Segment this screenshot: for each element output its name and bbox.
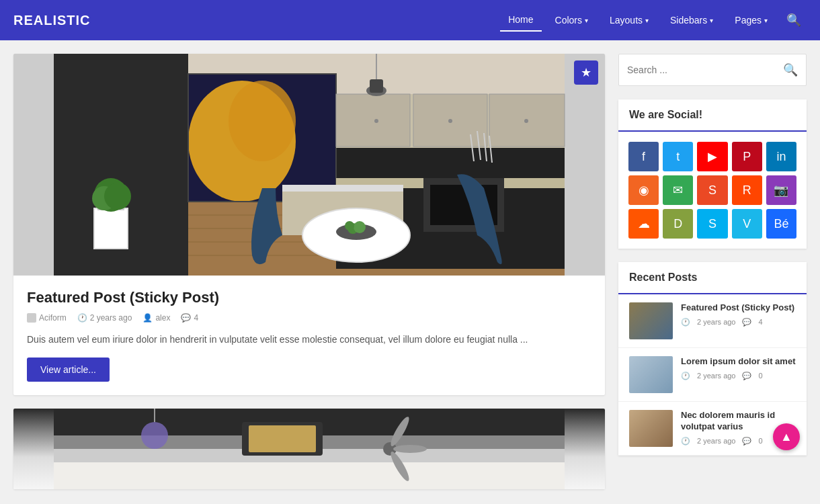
social-stumbleupon[interactable]: S <box>697 175 727 205</box>
svg-point-17 <box>448 119 452 123</box>
recent-post-info-2: Lorem ipsum dolor sit amet 🕐 2 years ago… <box>681 356 796 380</box>
main-nav: Home Colors ▾ Layouts ▾ Sidebars ▾ Pages… <box>500 7 807 33</box>
svg-point-51 <box>141 422 168 449</box>
search-widget: 🔍 <box>618 54 807 86</box>
post-featured-image <box>13 54 605 276</box>
recent-post-info-1: Featured Post (Sticky Post) 🕐 2 years ag… <box>681 302 796 327</box>
user-icon: 👤 <box>142 313 153 323</box>
clock-icon: 🕐 <box>77 313 87 323</box>
recent-post-thumb-2 <box>629 356 673 393</box>
page-container: ★ Featured Post (Sticky Post) Aciform 🕐 … <box>7 54 813 489</box>
svg-rect-46 <box>249 425 316 452</box>
header: REALISTIC Home Colors ▾ Layouts ▾ Sideba… <box>0 0 820 40</box>
social-widget-title: We are Social! <box>618 99 807 132</box>
nav-colors[interactable]: Colors ▾ <box>547 9 596 31</box>
recent-post-meta-1: 🕐 2 years ago 💬 4 <box>681 318 796 327</box>
search-button[interactable]: 🔍 <box>783 62 798 77</box>
scroll-to-top-button[interactable]: ▲ <box>773 423 800 450</box>
thumb-image-office <box>629 356 673 393</box>
recent-post-title-1[interactable]: Featured Post (Sticky Post) <box>681 302 796 314</box>
social-email[interactable]: ✉ <box>663 175 693 205</box>
chevron-down-icon: ▾ <box>585 17 588 24</box>
recent-post-thumb-1 <box>629 302 673 339</box>
comment-icon: 💬 <box>742 372 751 380</box>
clock-icon: 🕐 <box>681 318 690 327</box>
svg-point-10 <box>229 81 296 161</box>
social-skype[interactable]: S <box>697 209 727 239</box>
svg-point-31 <box>354 221 366 233</box>
post-excerpt: Duis autem vel eum iriure dolor in hendr… <box>27 332 591 347</box>
post-title: Featured Post (Sticky Post) <box>27 289 591 306</box>
svg-point-32 <box>345 221 354 230</box>
svg-rect-13 <box>336 94 410 146</box>
social-widget: We are Social! f t ▶ P in ◉ ✉ S R 📷 ☁ D … <box>618 99 807 249</box>
svg-point-49 <box>393 445 427 453</box>
second-post-card <box>13 409 605 489</box>
social-youtube[interactable]: ▶ <box>697 142 727 171</box>
chevron-down-icon: ▾ <box>710 17 713 24</box>
recent-posts-title: Recent Posts <box>618 262 807 294</box>
recent-post-item-2: Lorem ipsum dolor sit amet 🕐 2 years ago… <box>618 348 807 402</box>
clock-icon: 🕐 <box>681 437 690 446</box>
social-behance[interactable]: Bé <box>766 209 796 239</box>
social-facebook[interactable]: f <box>628 142 659 171</box>
post-time: 🕐 2 years ago <box>77 313 132 323</box>
thumb-image-room <box>629 410 673 447</box>
post-meta: Aciform 🕐 2 years ago 👤 alex 💬 4 <box>27 313 591 323</box>
social-reddit[interactable]: R <box>732 175 762 205</box>
nav-layouts[interactable]: Layouts ▾ <box>602 9 657 31</box>
comment-icon: 💬 <box>742 437 751 446</box>
svg-rect-33 <box>94 208 128 249</box>
recent-post-thumb-3 <box>629 410 673 447</box>
sticky-badge: ★ <box>574 60 598 85</box>
thumb-image-kitchen <box>629 302 673 339</box>
post-author: 👤 alex <box>142 313 170 323</box>
social-rss[interactable]: ◉ <box>628 175 659 205</box>
recent-post-meta-2: 🕐 2 years ago 💬 0 <box>681 372 796 380</box>
featured-post-card: ★ Featured Post (Sticky Post) Aciform 🕐 … <box>13 54 605 395</box>
nav-home[interactable]: Home <box>500 9 541 32</box>
social-soundcloud[interactable]: ☁ <box>628 209 659 239</box>
sidebar: 🔍 We are Social! f t ▶ P in ◉ ✉ S R 📷 ☁ … <box>618 54 807 489</box>
social-vimeo[interactable]: V <box>732 209 762 239</box>
comment-icon: 💬 <box>742 318 751 327</box>
comment-icon: 💬 <box>181 313 191 323</box>
clock-icon: 🕐 <box>681 372 690 380</box>
svg-point-37 <box>104 183 131 210</box>
svg-point-16 <box>374 119 378 123</box>
chevron-down-icon: ▾ <box>764 17 768 24</box>
post-comments: 💬 4 <box>181 313 198 323</box>
nav-pages[interactable]: Pages ▾ <box>727 9 776 31</box>
header-search-icon[interactable]: 🔍 <box>781 7 807 33</box>
recent-post-item: Featured Post (Sticky Post) 🕐 2 years ag… <box>618 294 807 348</box>
social-pinterest[interactable]: P <box>732 142 762 171</box>
svg-rect-44 <box>54 462 565 489</box>
post-image-wrap: ★ <box>13 54 605 276</box>
svg-rect-40 <box>370 79 383 93</box>
second-post-image <box>13 409 605 489</box>
category-icon <box>27 313 36 323</box>
social-deviantart[interactable]: D <box>663 209 693 239</box>
post-category: Aciform <box>27 313 67 323</box>
site-logo: REALISTIC <box>13 13 91 28</box>
search-input[interactable] <box>627 65 783 75</box>
social-grid: f t ▶ P in ◉ ✉ S R 📷 ☁ D S V Bé <box>618 132 807 249</box>
svg-point-18 <box>524 119 528 123</box>
social-twitter[interactable]: t <box>663 142 693 171</box>
svg-rect-27 <box>282 185 403 192</box>
chevron-down-icon: ▾ <box>645 17 649 24</box>
view-article-button[interactable]: View article... <box>27 358 110 382</box>
social-instagram[interactable]: 📷 <box>766 175 796 205</box>
recent-post-title-2[interactable]: Lorem ipsum dolor sit amet <box>681 356 796 368</box>
post-body: Featured Post (Sticky Post) Aciform 🕐 2 … <box>13 276 605 395</box>
social-linkedin[interactable]: in <box>766 142 796 171</box>
main-content: ★ Featured Post (Sticky Post) Aciform 🕐 … <box>13 54 605 489</box>
nav-sidebars[interactable]: Sidebars ▾ <box>662 9 721 31</box>
